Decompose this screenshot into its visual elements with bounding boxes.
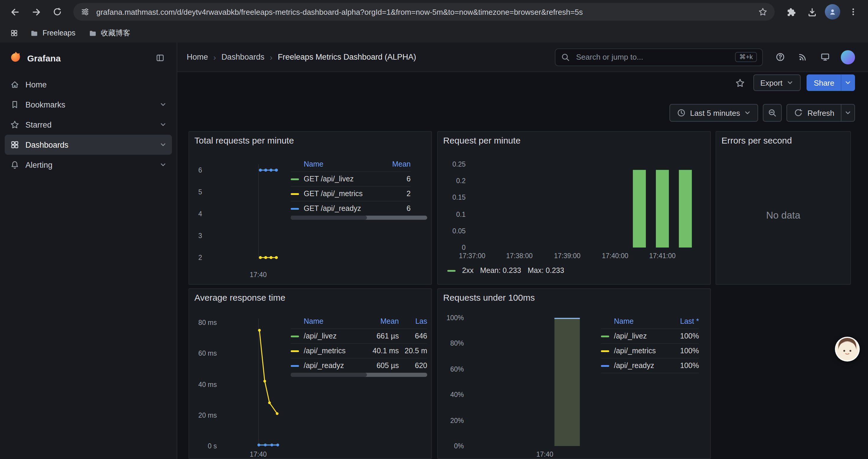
zoom-out-icon [768,108,777,118]
y-axis-tick: 40 ms [190,381,217,389]
legend-series-toggle[interactable]: /api/_livez [614,332,667,340]
kiosk-mode-button[interactable] [818,50,832,64]
export-button[interactable]: Export [753,74,801,91]
x-axis-tick: 17:39:00 [548,252,586,260]
url-input[interactable] [95,7,753,17]
legend-series-toggle[interactable]: /api/_readyz [614,362,667,370]
breadcrumb-home[interactable]: Home [187,53,208,61]
chevron-down-icon[interactable] [159,161,167,168]
sidebar-item-starred[interactable]: Starred [5,114,172,135]
legend-row: GET /api/_livez 6 [291,172,411,187]
forward-button[interactable] [26,2,46,22]
collapse-sidebar-button[interactable] [152,50,168,66]
legend-header-row: Name Last * [601,314,699,329]
legend-series-toggle[interactable]: /api/_metrics [304,347,362,355]
user-avatar[interactable] [841,50,855,64]
url-bar[interactable] [73,3,775,21]
browser-menu-button[interactable] [843,2,863,22]
search-box[interactable]: ⌘+k [555,48,763,66]
monitor-icon [820,52,830,62]
legend-header-last[interactable]: Las [399,317,427,325]
legend-series-toggle[interactable]: /api/_livez [304,332,362,340]
time-controls: Last 5 minutes Refresh [670,104,855,122]
profile-avatar[interactable] [825,4,840,20]
series-color-swatch [447,270,456,271]
folder-icon [88,29,97,37]
share-button[interactable]: Share [807,74,841,91]
screen: Freeleaps 收藏博客 Grafana [0,0,868,459]
legend-series-toggle[interactable]: 2xx [462,266,473,275]
bookmark-item-blog[interactable]: 收藏博客 [83,26,135,40]
legend-header-name[interactable]: Name [304,160,385,168]
apps-launcher-button[interactable] [6,25,23,41]
x-axis-tick: 17:40 [245,451,271,458]
sidebar-item-home[interactable]: Home [5,74,172,95]
bar-chart[interactable] [438,132,711,285]
home-icon [10,80,20,89]
sidebar-item-alerting[interactable]: Alerting [5,155,172,175]
legend-mean: Mean: 0.233 [480,266,521,275]
legend-header-mean[interactable]: Mean [362,317,399,325]
legend-value: 40.1 ms [362,347,399,355]
zoom-out-button[interactable] [763,104,782,122]
legend-header-mean[interactable]: Mean [385,160,411,168]
legend-table: Name Last * /api/_livez 100% /api/_metri… [601,314,699,373]
chevron-down-icon[interactable] [159,121,167,128]
y-axis-tick: 4 [190,210,202,218]
legend-series-toggle[interactable]: GET /api/_livez [304,175,385,183]
reload-button[interactable] [47,2,67,22]
y-axis-tick: 0.05 [440,227,466,235]
legend-series-toggle[interactable]: /api/_metrics [614,347,667,355]
refresh-label: Refresh [807,108,834,117]
refresh-icon [794,108,803,118]
bookmark-item-freeleaps[interactable]: Freeleaps [25,27,81,40]
legend-value: 100% [667,347,699,355]
legend-header-name[interactable]: Name [614,317,667,325]
legend-header-name[interactable]: Name [304,317,362,325]
y-axis-tick: 5 [190,189,202,196]
panel-under-100ms: Requests under 100ms 100% 80% 60% 40% 20… [437,288,711,459]
legend-scrollbar[interactable] [291,373,427,377]
y-axis-tick: 0.2 [440,177,466,185]
sidebar-item-dashboards[interactable]: Dashboards [5,135,172,155]
search-input[interactable] [575,52,730,62]
y-axis-tick: 60% [439,366,464,373]
back-button[interactable] [5,2,25,22]
bell-icon [10,160,20,169]
breadcrumb-separator: › [270,52,272,62]
downloads-button[interactable] [802,2,822,22]
chevron-down-icon[interactable] [159,141,167,148]
legend-series-toggle[interactable]: /api/_readyz [304,362,362,370]
assistant-avatar-overlay[interactable] [835,337,860,362]
y-axis-tick: 60 ms [190,350,217,357]
grafana-logo[interactable] [8,50,21,66]
refresh-button[interactable]: Refresh [787,104,841,122]
time-range-picker[interactable]: Last 5 minutes [670,104,758,122]
legend-header-last[interactable]: Last * [667,317,699,325]
site-info-icon[interactable] [80,7,90,17]
chevron-down-icon[interactable] [159,101,167,108]
help-button[interactable] [773,50,787,64]
bookmark-star-icon[interactable] [758,7,768,17]
news-button[interactable] [796,50,809,64]
y-axis-tick: 20% [439,417,464,425]
panel-total-requests: Total requests per minute 6 5 4 3 2 17:4… [188,131,432,285]
x-axis-tick: 17:41:00 [644,252,681,260]
sidebar-item-label: Bookmarks [25,100,65,109]
panel-title[interactable]: Errors per second [721,135,792,145]
series-color-swatch [291,178,299,180]
scrollbar-thumb[interactable] [291,373,367,377]
legend-scrollbar[interactable] [291,216,427,220]
extensions-button[interactable] [780,2,801,22]
legend-series-toggle[interactable]: GET /api/_readyz [304,204,385,213]
share-dropdown-button[interactable] [841,74,855,91]
refresh-button-group: Refresh [787,104,855,122]
keyboard-shortcut-hint: ⌘+k [735,52,757,62]
breadcrumb-dashboards[interactable]: Dashboards [221,53,265,61]
favorite-dashboard-button[interactable] [733,75,747,90]
sidebar-item-bookmarks[interactable]: Bookmarks [5,95,172,114]
scrollbar-thumb[interactable] [291,216,367,220]
legend-series-toggle[interactable]: GET /api/_metrics [304,190,385,198]
refresh-interval-dropdown[interactable] [841,104,855,122]
legend-header-row: Name Mean [291,157,411,172]
